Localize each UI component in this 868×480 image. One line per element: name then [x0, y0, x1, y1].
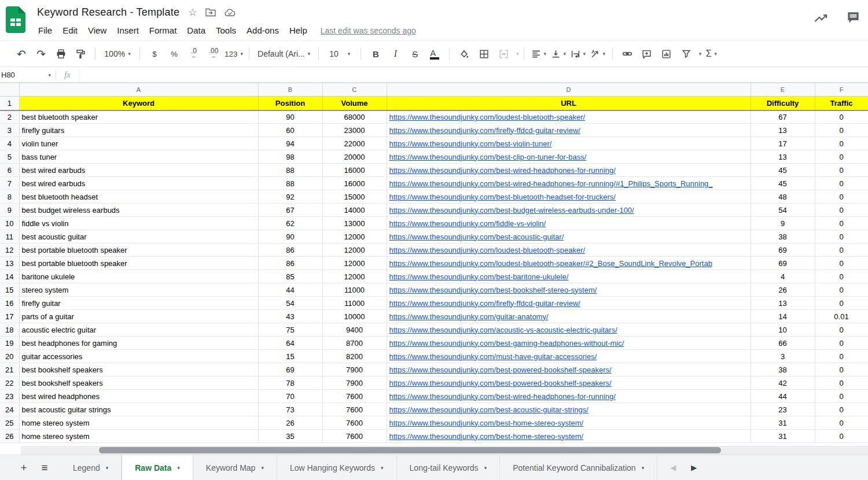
cell-url[interactable]: https://www.thesoundjunky.com/best-power… [387, 376, 751, 390]
cell-difficulty[interactable]: 3 [751, 350, 815, 363]
chevron-down-icon[interactable]: ▾ [381, 465, 384, 471]
merge-cells-dropdown[interactable]: ▾ [516, 51, 519, 57]
cell-keyword[interactable]: home stereo system [19, 416, 258, 430]
cell-url[interactable]: https://www.thesoundjunky.com/fiddle-vs-… [387, 217, 751, 230]
header-cell-position[interactable]: Position [258, 97, 322, 110]
cell-difficulty[interactable]: 14 [751, 310, 815, 323]
cell-position[interactable]: 62 [258, 217, 322, 230]
cell-volume[interactable]: 12000 [322, 243, 387, 257]
cell-difficulty[interactable]: 67 [751, 110, 815, 124]
cell-url[interactable]: https://www.thesoundjunky.com/loudest-bl… [387, 243, 751, 257]
print-button[interactable] [52, 45, 69, 62]
cell-volume[interactable]: 10000 [322, 310, 387, 323]
cell-url[interactable]: https://www.thesoundjunky.com/loudest-bl… [387, 257, 751, 270]
row-number[interactable]: 22 [0, 376, 19, 390]
chevron-down-icon[interactable]: ▾ [177, 465, 180, 471]
cell-position[interactable]: 90 [258, 110, 322, 124]
cell-traffic[interactable]: 0 [815, 270, 868, 283]
cell-url[interactable]: https://www.thesoundjunky.com/acoustic-v… [387, 323, 751, 337]
cell-position[interactable]: 67 [258, 204, 322, 217]
cell-keyword[interactable]: best bluetooth headset [19, 190, 258, 204]
url-link[interactable]: https://www.thesoundjunky.com/loudest-bl… [389, 246, 586, 254]
header-cell-traffic[interactable]: Traffic [815, 97, 868, 110]
more-formats-dropdown[interactable]: 123▾ [225, 45, 243, 62]
cell-traffic[interactable]: 0 [815, 363, 868, 376]
cell-volume[interactable]: 23000 [322, 124, 387, 137]
header-cell-url[interactable]: URL [387, 97, 751, 110]
row-number[interactable]: 15 [0, 283, 19, 297]
cell-traffic[interactable]: 0 [815, 124, 868, 137]
cell-position[interactable]: 86 [258, 243, 322, 257]
row-number[interactable]: 17 [0, 310, 19, 323]
cell-position[interactable]: 54 [258, 297, 322, 310]
cell-difficulty[interactable]: 9 [751, 217, 815, 230]
comments-icon[interactable] [847, 12, 860, 26]
text-rotation-dropdown[interactable]: ▾ [589, 45, 606, 62]
cell-volume[interactable]: 11000 [322, 283, 387, 297]
cell-volume[interactable]: 7600 [322, 416, 387, 430]
cell-difficulty[interactable]: 66 [751, 337, 815, 350]
merge-cells-button[interactable] [495, 45, 512, 62]
cell-url[interactable]: https://www.thesoundjunky.com/best-acous… [387, 403, 751, 416]
url-link[interactable]: https://www.thesoundjunky.com/loudest-bl… [389, 113, 586, 121]
url-link[interactable]: https://www.thesoundjunky.com/acoustic-v… [389, 326, 617, 334]
cell-volume[interactable]: 7900 [322, 376, 387, 390]
cell-traffic[interactable]: 0 [815, 376, 868, 390]
cell-url[interactable]: https://www.thesoundjunky.com/guitar-ana… [387, 310, 751, 323]
cell-keyword[interactable]: best headphones for gaming [19, 337, 258, 350]
cell-position[interactable]: 64 [258, 337, 322, 350]
star-icon[interactable]: ☆ [188, 6, 197, 19]
url-link[interactable]: https://www.thesoundjunky.com/best-wired… [389, 179, 713, 188]
cell-difficulty[interactable]: 10 [751, 323, 815, 337]
row-number[interactable]: 14 [0, 270, 19, 283]
chevron-down-icon[interactable]: ▾ [106, 465, 109, 471]
cell-position[interactable]: 90 [258, 230, 322, 243]
cell-difficulty[interactable]: 38 [751, 363, 815, 376]
cell-volume[interactable]: 9400 [322, 323, 387, 337]
cell-volume[interactable]: 22000 [322, 137, 387, 150]
url-link[interactable]: https://www.thesoundjunky.com/best-bluet… [389, 193, 616, 201]
cell-traffic[interactable]: 0 [815, 177, 868, 190]
cell-keyword[interactable]: best portable bluetooth speaker [19, 243, 258, 257]
row-number[interactable]: 26 [0, 430, 19, 443]
url-link[interactable]: https://www.thesoundjunky.com/best-wired… [389, 166, 616, 175]
url-link[interactable]: https://www.thesoundjunky.com/best-wired… [389, 392, 616, 401]
row-number[interactable]: 4 [0, 137, 19, 150]
column-header-a[interactable]: A [19, 83, 258, 97]
cell-keyword[interactable]: home stereo system [19, 430, 258, 443]
cell-traffic[interactable]: 0 [815, 164, 868, 177]
row-number[interactable]: 9 [0, 204, 19, 217]
cell-traffic[interactable]: 0 [815, 230, 868, 243]
cell-volume[interactable]: 13000 [322, 217, 387, 230]
row-number[interactable]: 20 [0, 350, 19, 363]
cell-difficulty[interactable]: 69 [751, 257, 815, 270]
menu-help[interactable]: Help [284, 24, 312, 36]
url-link[interactable]: https://www.thesoundjunky.com/best-barit… [389, 272, 569, 281]
cell-keyword[interactable]: parts of a guitar [19, 310, 258, 323]
bold-button[interactable]: B [367, 45, 384, 62]
cell-difficulty[interactable]: 45 [751, 177, 815, 190]
paint-format-button[interactable] [72, 45, 89, 62]
cell-keyword[interactable]: best portable bluetooth speaker [19, 257, 258, 270]
url-link[interactable]: https://www.thesoundjunky.com/best-power… [389, 379, 612, 387]
url-link[interactable]: https://www.thesoundjunky.com/fiddle-vs-… [389, 219, 546, 228]
row-number[interactable]: 19 [0, 337, 19, 350]
cell-volume[interactable]: 12000 [322, 257, 387, 270]
cell-keyword[interactable]: guitar accessories [19, 350, 258, 363]
document-title[interactable]: Keyword Research - Template [37, 6, 179, 19]
cell-keyword[interactable]: best acoustic guitar strings [19, 403, 258, 416]
horizontal-align-dropdown[interactable]: ▾ [530, 45, 547, 62]
url-link[interactable]: https://www.thesoundjunky.com/guitar-ana… [389, 312, 549, 321]
menu-tools[interactable]: Tools [211, 24, 241, 36]
functions-dropdown[interactable]: Σ▾ [703, 45, 720, 62]
cell-volume[interactable]: 7600 [322, 390, 387, 403]
redo-button[interactable]: ↷ [32, 45, 50, 62]
cell-keyword[interactable]: best wired earbuds [19, 177, 258, 190]
cell-keyword[interactable]: firefly guitars [19, 124, 258, 137]
font-family-dropdown[interactable]: Default (Ari...▾ [255, 45, 312, 62]
cell-position[interactable]: 15 [258, 350, 322, 363]
cell-position[interactable]: 70 [258, 390, 322, 403]
horizontal-scrollbar[interactable] [21, 446, 868, 455]
menu-view[interactable]: View [83, 24, 112, 36]
row-number[interactable]: 16 [0, 297, 19, 310]
